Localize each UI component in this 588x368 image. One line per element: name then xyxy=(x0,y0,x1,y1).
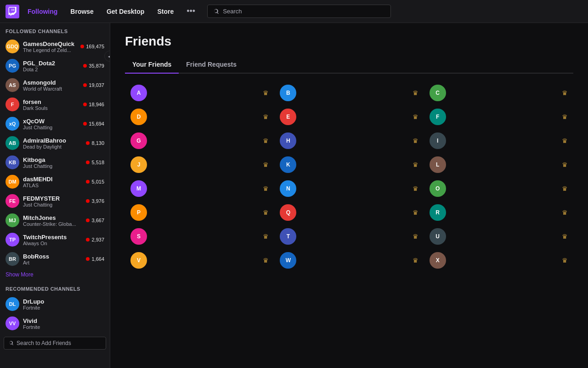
twitch-logo[interactable] xyxy=(6,5,19,18)
channel-viewers: 3,667 xyxy=(86,218,104,223)
channel-game: World of Warcraft xyxy=(23,86,79,92)
friend-avatar: S xyxy=(130,228,147,245)
add-friends-input[interactable] xyxy=(17,340,101,346)
crown-icon: ♛ xyxy=(263,185,269,192)
channel-game: Dota 2 xyxy=(23,67,79,72)
channel-info: TwitchPresents Always On xyxy=(23,234,82,246)
channel-avatar: DL xyxy=(6,297,19,311)
channel-avatar: AS xyxy=(6,78,19,92)
search-icon xyxy=(213,8,219,15)
recommended-channels-list: DL DrLupo Fortnite VV Vivid Fortnite xyxy=(0,294,110,333)
friend-avatar: B xyxy=(280,85,296,101)
sidebar-channel-item[interactable]: F forsen Dark Souls 18,946 xyxy=(2,95,108,114)
live-dot xyxy=(86,141,90,145)
viewer-count: 35,879 xyxy=(89,63,104,69)
channel-game: Dead by Daylight xyxy=(23,144,82,150)
friend-item[interactable]: J ♛ xyxy=(125,153,274,177)
friend-item[interactable]: H ♛ xyxy=(274,129,424,153)
channel-viewers: 2,937 xyxy=(86,237,104,242)
viewer-count: 19,037 xyxy=(89,82,104,88)
friend-avatar: J xyxy=(130,156,147,173)
friend-item[interactable]: B ♛ xyxy=(274,81,424,105)
sidebar-channel-item[interactable]: TP TwitchPresents Always On 2,937 xyxy=(2,230,108,249)
nav-get-desktop[interactable]: Get Desktop xyxy=(102,5,149,18)
friend-item[interactable]: C ♛ xyxy=(424,81,573,105)
sidebar-channel-item[interactable]: PG PGL_Dota2 Dota 2 35,879 xyxy=(2,56,108,75)
nav-following[interactable]: Following xyxy=(23,5,62,18)
friend-item[interactable]: W ♛ xyxy=(274,248,424,272)
friend-avatar: E xyxy=(280,109,296,125)
channel-game: Just Chatting xyxy=(23,202,82,207)
friend-avatar: O xyxy=(430,180,446,197)
friend-item[interactable]: E ♛ xyxy=(274,105,424,129)
show-more-button[interactable]: Show More xyxy=(0,269,110,281)
channel-avatar: VV xyxy=(6,316,19,330)
nav-browse[interactable]: Browse xyxy=(66,5,98,18)
friend-item[interactable]: O ♛ xyxy=(424,177,573,201)
friend-item[interactable]: P ♛ xyxy=(125,201,274,224)
friend-item[interactable]: G ♛ xyxy=(125,129,274,153)
friend-item[interactable]: V ♛ xyxy=(125,248,274,272)
tabs: Your Friends Friend Requests xyxy=(125,56,573,74)
crown-icon: ♛ xyxy=(263,137,269,144)
live-dot xyxy=(86,199,90,203)
search-input[interactable] xyxy=(223,8,385,15)
friend-item[interactable]: U ♛ xyxy=(424,224,573,248)
viewer-count: 2,937 xyxy=(91,237,104,242)
friend-item[interactable]: F ♛ xyxy=(424,105,573,129)
friend-item[interactable]: M ♛ xyxy=(125,177,274,201)
friend-item[interactable]: X ♛ xyxy=(424,248,573,272)
sidebar-channel-item[interactable]: AB AdmiralBahroo Dead by Daylight 8,130 xyxy=(2,133,108,153)
sidebar-channel-item[interactable]: FE FEDMYSTER Just Chatting 3,976 xyxy=(2,191,108,211)
channel-name: PGL_Dota2 xyxy=(23,60,79,67)
sidebar-channel-item[interactable]: BR BobRoss Art 1,664 xyxy=(2,249,108,269)
channel-name: forsen xyxy=(23,98,79,105)
sidebar-channel-item[interactable]: xQ xQcOW Just Chatting 15,694 xyxy=(2,114,108,133)
friend-item[interactable]: Q ♛ xyxy=(274,201,424,224)
main-layout: ◀ Followed Channels GDQ GamesDoneQuick T… xyxy=(0,23,588,368)
crown-icon: ♛ xyxy=(263,209,269,216)
crown-icon: ♛ xyxy=(413,89,418,97)
channel-avatar: GDQ xyxy=(6,40,19,53)
crown-icon: ♛ xyxy=(562,161,568,168)
sidebar-channel-item[interactable]: KB Kitboga Just Chatting 5,518 xyxy=(2,153,108,172)
nav-store[interactable]: Store xyxy=(153,5,178,18)
search-bar xyxy=(207,5,391,18)
channel-name: FEDMYSTER xyxy=(23,195,82,202)
friend-item[interactable]: D ♛ xyxy=(125,105,274,129)
sidebar-channel-item[interactable]: MJ MitchJones Counter-Strike: Globa... 3… xyxy=(2,211,108,230)
viewer-count: 18,946 xyxy=(89,102,104,107)
add-friends-search xyxy=(4,337,106,350)
friend-item[interactable]: A ♛ xyxy=(125,81,274,105)
channel-avatar: F xyxy=(6,98,19,111)
friend-item[interactable]: S ♛ xyxy=(125,224,274,248)
tab-your-friends[interactable]: Your Friends xyxy=(125,56,179,74)
friend-avatar: P xyxy=(130,204,147,221)
friend-item[interactable]: N ♛ xyxy=(274,177,424,201)
friend-avatar: W xyxy=(280,252,296,269)
friend-item[interactable]: L ♛ xyxy=(424,153,573,177)
tab-friend-requests[interactable]: Friend Requests xyxy=(179,56,244,74)
nav-more-button[interactable]: ••• xyxy=(182,4,200,19)
channel-info: BobRoss Art xyxy=(23,253,82,265)
recommended-channel-item[interactable]: VV Vivid Fortnite xyxy=(2,314,108,333)
live-dot xyxy=(83,64,87,68)
recommended-channel-item[interactable]: DL DrLupo Fortnite xyxy=(2,294,108,314)
page-title: Friends xyxy=(125,34,573,49)
channel-viewers: 1,664 xyxy=(86,256,104,262)
friend-item[interactable]: I ♛ xyxy=(424,129,573,153)
channel-name: xQcOW xyxy=(23,118,79,125)
friend-avatar: Q xyxy=(280,204,296,221)
channel-game: Always On xyxy=(23,241,82,246)
crown-icon: ♛ xyxy=(413,113,418,121)
sidebar-channel-item[interactable]: DM dasMEHDI ATLAS 5,015 xyxy=(2,172,108,191)
sidebar-channel-item[interactable]: GDQ GamesDoneQuick The Legend of Zeld...… xyxy=(2,37,108,56)
friend-item[interactable]: T ♛ xyxy=(274,224,424,248)
live-dot xyxy=(86,161,90,164)
sidebar-channel-item[interactable]: AS Asmongold World of Warcraft 19,037 xyxy=(2,75,108,95)
viewer-count: 5,518 xyxy=(91,160,104,165)
friend-item[interactable]: K ♛ xyxy=(274,153,424,177)
friend-item[interactable]: R ♛ xyxy=(424,201,573,224)
crown-icon: ♛ xyxy=(562,185,568,192)
friend-avatar: T xyxy=(280,228,296,245)
